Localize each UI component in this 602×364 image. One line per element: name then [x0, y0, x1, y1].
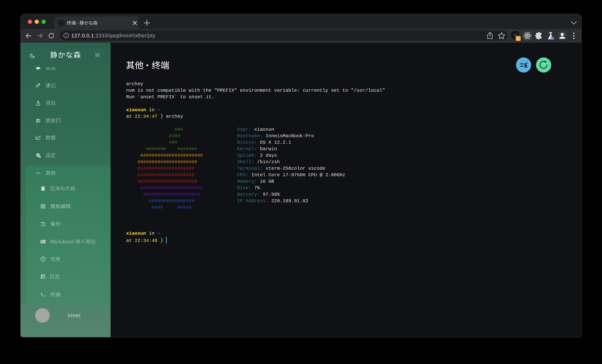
- svg-text:1: 1: [517, 36, 519, 41]
